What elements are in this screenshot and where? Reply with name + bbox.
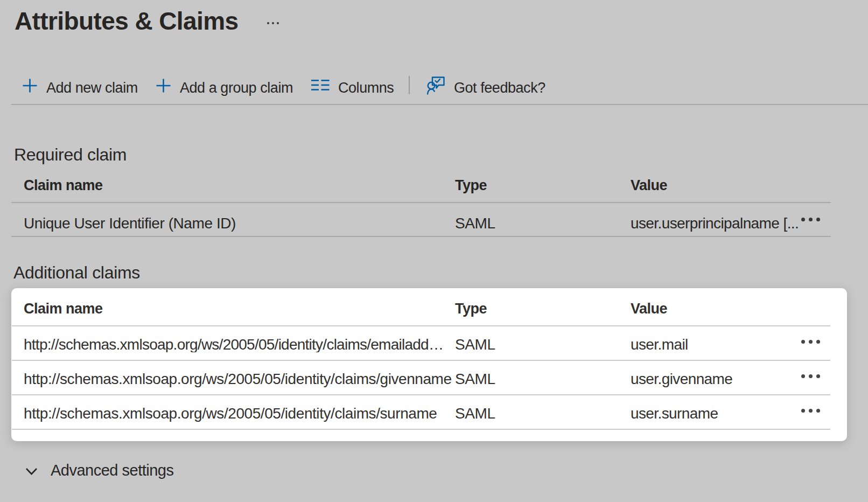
row-more-options-button[interactable]	[801, 218, 820, 221]
claim-name-cell[interactable]: Unique User Identifier (Name ID)	[24, 216, 236, 231]
chevron-down-icon	[25, 467, 38, 476]
ellipsis-icon	[801, 374, 805, 378]
additional-claims-heading: Additional claims	[13, 264, 140, 281]
required-claim-heading: Required claim	[14, 146, 127, 163]
ellipsis-icon	[801, 218, 805, 221]
add-new-claim-button[interactable]: Add new claim	[46, 81, 138, 95]
table-divider	[12, 360, 830, 361]
value-cell: user.givenname	[631, 372, 732, 387]
ellipsis-icon	[801, 340, 805, 344]
value-cell: user.surname	[631, 406, 718, 421]
page-title: Attributes & Claims	[15, 9, 238, 33]
columns-icon	[311, 80, 330, 91]
claim-name-cell[interactable]: http://schemas.xmlsoap.org/ws/2005/05/id…	[24, 372, 452, 387]
got-feedback-button[interactable]: Got feedback?	[454, 81, 545, 95]
columns-button[interactable]: Columns	[338, 81, 394, 95]
value-cell: user.userprincipalname [...	[631, 216, 799, 231]
claim-name-cell[interactable]: http://schemas.xmlsoap.org/ws/2005/05/id…	[24, 406, 437, 421]
toolbar-separator	[409, 76, 410, 94]
column-header-type[interactable]: Type	[455, 302, 487, 316]
column-header-type[interactable]: Type	[455, 178, 487, 193]
toolbar-divider	[11, 104, 868, 105]
ellipsis-icon	[801, 409, 805, 413]
plus-icon	[23, 78, 37, 93]
column-header-claim-name[interactable]: Claim name	[24, 178, 103, 193]
table-divider	[11, 236, 831, 237]
additional-claims-table: Claim name Type Value http://schemas.xml…	[11, 288, 847, 441]
column-header-value[interactable]: Value	[631, 178, 667, 193]
page-more-options-button[interactable]	[267, 22, 279, 24]
column-header-value[interactable]: Value	[631, 302, 667, 316]
plus-icon	[156, 78, 171, 93]
row-more-options-button[interactable]	[801, 340, 820, 344]
table-divider	[12, 325, 830, 326]
type-cell: SAML	[455, 337, 495, 352]
table-divider	[12, 394, 830, 395]
feedback-icon	[427, 76, 445, 95]
advanced-settings-label: Advanced settings	[51, 463, 173, 478]
table-divider	[12, 429, 830, 430]
add-group-claim-button[interactable]: Add a group claim	[180, 81, 293, 95]
table-divider	[11, 202, 831, 203]
type-cell: SAML	[455, 216, 495, 231]
ellipsis-icon	[267, 22, 269, 24]
claim-name-cell[interactable]: http://schemas.xmlsoap.org/ws/2005/05/id…	[24, 337, 444, 352]
type-cell: SAML	[455, 406, 495, 421]
row-more-options-button[interactable]	[801, 374, 820, 378]
row-more-options-button[interactable]	[801, 409, 820, 413]
type-cell: SAML	[455, 372, 495, 387]
column-header-claim-name[interactable]: Claim name	[24, 302, 103, 316]
value-cell: user.mail	[631, 337, 688, 352]
